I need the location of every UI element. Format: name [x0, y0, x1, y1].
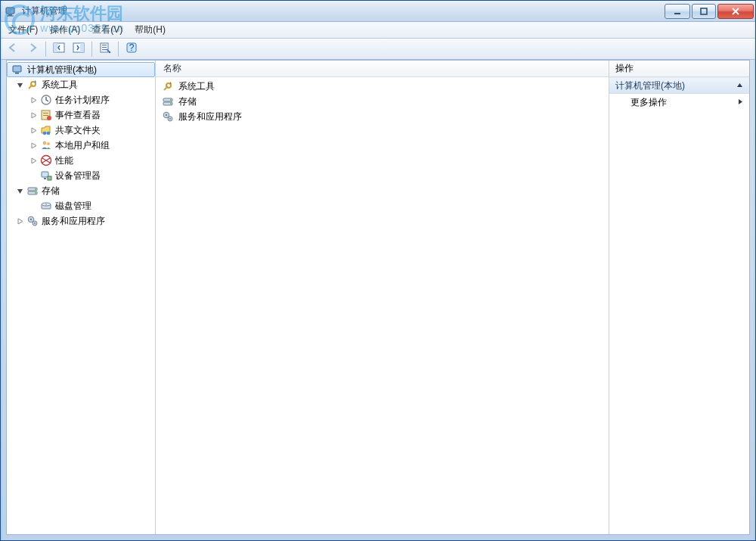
properties-button[interactable] [96, 40, 114, 58]
list-item-label: 服务和应用程序 [178, 110, 242, 123]
svg-point-47 [170, 103, 172, 104]
tree-panel: 计算机管理(本地) 系统工具 任务计划程序 [7, 61, 155, 534]
event-viewer-icon [40, 109, 52, 121]
maximize-button[interactable] [692, 4, 716, 19]
svg-rect-17 [15, 73, 19, 74]
collapse-up-icon [736, 80, 743, 91]
svg-rect-30 [44, 178, 46, 179]
menubar: 文件(F) 操作(A) 查看(V) 帮助(H) [1, 22, 755, 39]
panel-tree-icon [53, 42, 65, 56]
tree-node-local-users[interactable]: 本地用户和组 [7, 138, 155, 153]
help-button[interactable]: ? [122, 40, 141, 58]
help-icon: ? [125, 42, 138, 56]
tree-node-performance[interactable]: 性能 [7, 153, 155, 168]
svg-point-38 [45, 204, 47, 205]
arrow-left-icon [7, 42, 19, 56]
storage-icon [162, 95, 174, 107]
svg-point-40 [30, 219, 32, 220]
list-item-system-tools[interactable]: 系统工具 [156, 79, 609, 94]
tree-label: 本地用户和组 [55, 139, 110, 152]
expand-icon[interactable] [28, 125, 39, 135]
tree-label: 磁盘管理 [55, 200, 91, 213]
computer-icon [12, 64, 24, 76]
actions-item-more[interactable]: 更多操作 [609, 94, 749, 110]
arrow-right-icon [26, 42, 39, 56]
list-item-storage[interactable]: 存储 [156, 94, 609, 109]
actions-header-label: 操作 [615, 62, 634, 75]
show-hide-actions-button[interactable] [70, 40, 88, 58]
tools-icon [162, 80, 174, 92]
actions-header: 操作 [609, 61, 749, 77]
expand-icon[interactable] [14, 216, 25, 226]
menu-help[interactable]: 帮助(H) [129, 22, 172, 38]
menu-view[interactable]: 查看(V) [86, 22, 129, 38]
properties-icon [99, 42, 111, 56]
tree-node-storage[interactable]: 存储 [7, 183, 155, 198]
services-icon [162, 110, 174, 123]
device-manager-icon [40, 169, 52, 182]
svg-point-49 [166, 114, 167, 116]
tree-label: 性能 [55, 154, 73, 167]
actions-group-title[interactable]: 计算机管理(本地) [609, 77, 749, 94]
client-area: 计算机管理(本地) 系统工具 任务计划程序 [6, 60, 750, 535]
svg-rect-3 [674, 13, 680, 14]
tree-label: 服务和应用程序 [42, 215, 105, 228]
svg-point-27 [47, 142, 50, 145]
minimize-button[interactable] [665, 4, 690, 19]
users-icon [40, 139, 52, 151]
svg-point-35 [35, 192, 36, 194]
window-frame: 计算机管理 文件(F) 操作(A) 查看(V) 帮助(H) [0, 0, 756, 541]
list-column-header[interactable]: 名称 [156, 61, 609, 77]
svg-point-46 [170, 99, 172, 101]
services-icon [26, 215, 39, 227]
tree-node-shared-folders[interactable]: 共享文件夹 [7, 123, 155, 138]
performance-icon [40, 154, 52, 166]
show-hide-tree-button[interactable] [50, 40, 68, 58]
tree-node-services-apps[interactable]: 服务和应用程序 [7, 213, 155, 229]
collapse-icon[interactable] [14, 185, 25, 196]
list-item-services-apps[interactable]: 服务和应用程序 [156, 109, 609, 124]
tree-label: 事件查看器 [55, 109, 101, 122]
svg-rect-11 [102, 47, 107, 48]
svg-point-51 [169, 118, 171, 120]
titlebar[interactable]: 计算机管理 [1, 1, 755, 22]
svg-rect-12 [102, 49, 107, 50]
svg-point-24 [43, 132, 47, 135]
close-button[interactable] [717, 4, 754, 19]
list-item-label: 系统工具 [178, 80, 215, 93]
svg-rect-21 [43, 113, 48, 113]
svg-point-25 [47, 132, 51, 135]
svg-rect-2 [7, 15, 14, 16]
collapse-icon[interactable] [14, 79, 25, 90]
column-header-name: 名称 [163, 62, 181, 75]
menu-file[interactable]: 文件(F) [2, 22, 44, 38]
actions-item-label: 更多操作 [631, 96, 667, 109]
tree-node-system-tools[interactable]: 系统工具 [7, 77, 155, 92]
svg-point-23 [47, 116, 51, 120]
expand-icon[interactable] [28, 140, 39, 151]
toolbar-separator [118, 42, 119, 57]
svg-rect-6 [54, 43, 57, 52]
tree-node-device-manager[interactable]: 设备管理器 [7, 168, 155, 183]
clock-icon [40, 94, 52, 106]
svg-point-42 [34, 222, 36, 224]
nav-back-button [4, 40, 22, 58]
storage-icon [26, 185, 39, 197]
expand-icon[interactable] [28, 95, 39, 105]
expand-icon[interactable] [28, 110, 39, 120]
list-panel: 名称 系统工具 存储 [155, 61, 609, 534]
actions-panel: 操作 计算机管理(本地) 更多操作 [609, 61, 749, 534]
svg-point-34 [35, 188, 36, 190]
menu-action[interactable]: 操作(A) [44, 22, 86, 38]
tree-node-event-viewer[interactable]: 事件查看器 [7, 107, 155, 123]
svg-rect-1 [8, 14, 12, 16]
tree-label: 任务计划程序 [55, 94, 110, 107]
nav-forward-button [23, 40, 42, 58]
svg-point-13 [109, 51, 110, 53]
tree-node-root[interactable]: 计算机管理(本地) [7, 62, 155, 77]
tree-node-disk-mgmt[interactable]: 磁盘管理 [7, 198, 155, 213]
svg-rect-8 [80, 43, 84, 52]
expand-icon[interactable] [28, 155, 39, 166]
tools-icon [26, 79, 39, 91]
tree-node-task-scheduler[interactable]: 任务计划程序 [7, 92, 155, 107]
